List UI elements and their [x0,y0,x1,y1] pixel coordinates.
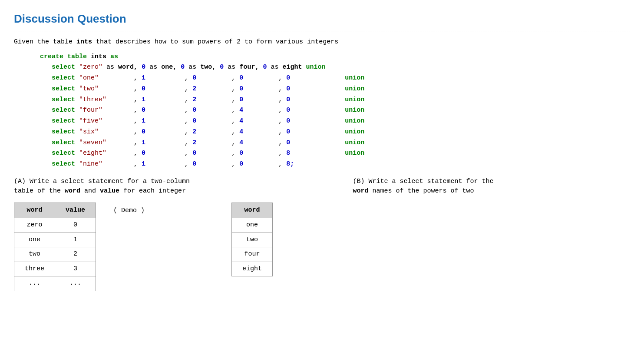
code-line-0: create table ints as [40,52,630,63]
table-a-cell: ... [55,276,96,291]
question-b: (B) Write a select statement for the wor… [353,177,630,196]
table-a-cell: 0 [55,218,96,233]
table-a: word value zero 0 one 1 two 2 thre [14,203,96,291]
table-row: zero 0 [14,218,96,233]
table-a-cell: ... [14,276,55,291]
table-a-cell: zero [14,218,55,233]
code-line-9: select "eight" , 0 , 0 , 0 , 8 union [40,148,630,159]
table-b-container: word one two four eight [231,203,273,277]
table-a-header-word: word [14,203,55,218]
code-line-3: select "two" , 0 , 2 , 0 , 0 union [40,84,630,95]
code-line-7: select "six" , 0 , 2 , 4 , 0 union [40,127,630,138]
table-row: four [232,247,273,262]
code-line-6: select "five" , 1 , 0 , 4 , 0 union [40,116,630,127]
table-row: three 3 [14,262,96,276]
table-b-cell: one [232,218,273,233]
table-row: ... ... [14,276,96,291]
table-a-cell: 1 [55,233,96,247]
code-line-2: select "one" , 1 , 0 , 0 , 0 union [40,73,630,84]
code-block: create table ints as select "zero" as wo… [40,52,630,170]
code-line-8: select "seven" , 1 , 2 , 4 , 0 union [40,138,630,149]
table-b-header-word: word [232,203,273,218]
table-row: one [232,218,273,233]
table-a-cell: 2 [55,247,96,262]
code-line-10: select "nine" , 1 , 0 , 0 , 8; [40,159,630,170]
intro-text: Given the table ints that describes how … [14,37,630,47]
table-a-cell: three [14,262,55,276]
table-b-cell: eight [232,262,273,276]
table-a-container: word value zero 0 one 1 two 2 thre [14,203,96,291]
code-line-1: select "zero" as word, 0 as one, 0 as tw… [40,62,630,73]
table-a-header-value: value [55,203,96,218]
table-row: two 2 [14,247,96,262]
code-line-4: select "three" , 1 , 2 , 0 , 0 union [40,95,630,106]
page-title: Discussion Question [14,10,630,31]
table-a-cell: two [14,247,55,262]
table-row: one 1 [14,233,96,247]
question-a: (A) Write a select statement for a two-c… [14,177,353,196]
table-b: word one two four eight [231,203,273,277]
table-b-cell: four [232,247,273,262]
code-line-5: select "four" , 0 , 0 , 4 , 0 union [40,105,630,116]
table-b-cell: two [232,233,273,247]
table-row: two [232,233,273,247]
questions-row: (A) Write a select statement for a two-c… [14,177,630,196]
table-a-cell: one [14,233,55,247]
table-a-cell: 3 [55,262,96,276]
demo-label: ( Demo ) [113,206,145,216]
table-row: eight [232,262,273,276]
